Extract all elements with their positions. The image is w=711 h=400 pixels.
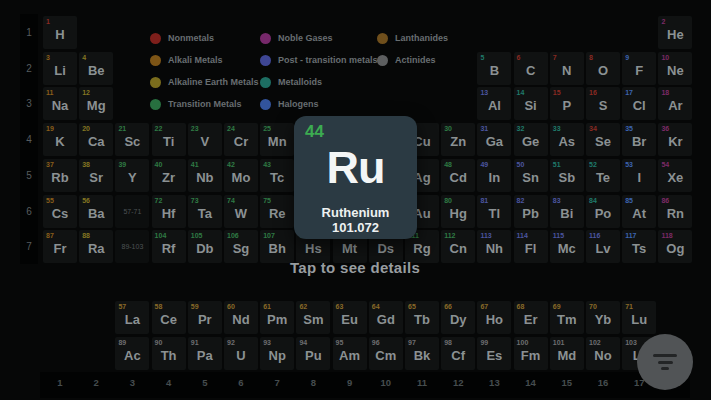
element-tile[interactable]: 70Yb bbox=[586, 301, 620, 334]
element-tile[interactable]: 81Tl bbox=[477, 195, 511, 228]
element-tile[interactable]: 66Dy bbox=[441, 301, 475, 334]
element-tile[interactable]: 2He bbox=[658, 16, 692, 49]
element-tile[interactable]: 58Ce bbox=[152, 301, 186, 334]
element-tile[interactable]: 7N bbox=[550, 52, 584, 85]
element-tile[interactable]: 71Lu bbox=[622, 301, 656, 334]
element-tile[interactable]: 101Md bbox=[550, 337, 584, 370]
element-tile[interactable]: 35Br bbox=[622, 123, 656, 156]
element-tile[interactable]: 39Y bbox=[115, 159, 149, 192]
element-tile[interactable]: 98Cf bbox=[441, 337, 475, 370]
element-tile[interactable]: 88Ra bbox=[79, 230, 113, 263]
element-tile[interactable]: 20Ca bbox=[79, 123, 113, 156]
element-tile[interactable]: 9F bbox=[622, 52, 656, 85]
element-tile[interactable]: 40Zr bbox=[152, 159, 186, 192]
element-tile[interactable]: 74W bbox=[224, 195, 258, 228]
element-tile[interactable]: 69Tm bbox=[550, 301, 584, 334]
element-tile[interactable]: 62Sm bbox=[296, 301, 330, 334]
element-tile[interactable]: 41Nb bbox=[188, 159, 222, 192]
element-tile[interactable]: 92U bbox=[224, 337, 258, 370]
element-tile[interactable]: 80Hg bbox=[441, 195, 475, 228]
element-tile[interactable]: 63Eu bbox=[333, 301, 367, 334]
element-tile[interactable]: 52Te bbox=[586, 159, 620, 192]
element-tile[interactable]: 84Po bbox=[586, 195, 620, 228]
element-popup-card[interactable]: 44 Ru Ruthenium 101.072 bbox=[294, 116, 417, 239]
element-tile[interactable]: 36Kr bbox=[658, 123, 692, 156]
period-label: 6 bbox=[20, 206, 38, 217]
element-tile[interactable]: 53I bbox=[622, 159, 656, 192]
element-tile[interactable]: 65Tb bbox=[405, 301, 439, 334]
element-tile[interactable]: 99Es bbox=[477, 337, 511, 370]
element-tile[interactable]: 91Pa bbox=[188, 337, 222, 370]
element-tile[interactable]: 14Si bbox=[514, 87, 548, 120]
element-tile[interactable]: 4Be bbox=[79, 52, 113, 85]
element-tile[interactable]: 18Ar bbox=[658, 87, 692, 120]
element-tile[interactable]: 25Mn bbox=[260, 123, 294, 156]
element-tile[interactable]: 21Sc bbox=[115, 123, 149, 156]
element-tile[interactable]: 118Og bbox=[658, 230, 692, 263]
element-tile[interactable]: 8O bbox=[586, 52, 620, 85]
element-tile[interactable]: 86Rn bbox=[658, 195, 692, 228]
element-symbol: F bbox=[622, 63, 656, 78]
element-tile[interactable]: 19K bbox=[43, 123, 77, 156]
element-tile[interactable]: 89Ac bbox=[115, 337, 149, 370]
element-tile[interactable]: 115Mc bbox=[550, 230, 584, 263]
element-tile[interactable]: 13Al bbox=[477, 87, 511, 120]
element-tile[interactable]: 87Fr bbox=[43, 230, 77, 263]
element-tile[interactable]: 117Ts bbox=[622, 230, 656, 263]
element-tile[interactable]: 50Sn bbox=[514, 159, 548, 192]
element-tile[interactable]: 60Nd bbox=[224, 301, 258, 334]
element-tile[interactable]: 23V bbox=[188, 123, 222, 156]
element-tile[interactable]: 64Gd bbox=[369, 301, 403, 334]
element-tile[interactable]: 43Tc bbox=[260, 159, 294, 192]
element-tile[interactable]: 90Th bbox=[152, 337, 186, 370]
placeholder-tile[interactable]: 57-71 bbox=[115, 195, 149, 228]
element-tile[interactable]: 51Sb bbox=[550, 159, 584, 192]
element-tile[interactable]: 48Cd bbox=[441, 159, 475, 192]
element-tile[interactable]: 54Xe bbox=[658, 159, 692, 192]
element-tile[interactable]: 93Np bbox=[260, 337, 294, 370]
element-tile[interactable]: 94Pu bbox=[296, 337, 330, 370]
filter-fab-button[interactable] bbox=[637, 334, 693, 390]
element-tile[interactable]: 82Pb bbox=[514, 195, 548, 228]
element-tile[interactable]: 24Cr bbox=[224, 123, 258, 156]
placeholder-tile[interactable]: 89-103 bbox=[115, 230, 149, 263]
element-tile[interactable]: 61Pm bbox=[260, 301, 294, 334]
element-tile[interactable]: 5B bbox=[477, 52, 511, 85]
element-tile[interactable]: 57La bbox=[115, 301, 149, 334]
element-tile[interactable]: 10Ne bbox=[658, 52, 692, 85]
element-tile[interactable]: 6C bbox=[514, 52, 548, 85]
element-tile[interactable]: 56Ba bbox=[79, 195, 113, 228]
element-tile[interactable]: 100Fm bbox=[514, 337, 548, 370]
element-tile[interactable]: 38Sr bbox=[79, 159, 113, 192]
element-tile[interactable]: 59Pr bbox=[188, 301, 222, 334]
element-tile[interactable]: 30Zn bbox=[441, 123, 475, 156]
element-tile[interactable]: 32Ge bbox=[514, 123, 548, 156]
element-tile[interactable]: 33As bbox=[550, 123, 584, 156]
element-tile[interactable]: 16S bbox=[586, 87, 620, 120]
element-tile[interactable]: 97Bk bbox=[405, 337, 439, 370]
element-tile[interactable]: 67Ho bbox=[477, 301, 511, 334]
element-tile[interactable]: 1H bbox=[43, 16, 77, 49]
element-tile[interactable]: 22Ti bbox=[152, 123, 186, 156]
element-tile[interactable]: 12Mg bbox=[79, 87, 113, 120]
element-tile[interactable]: 34Se bbox=[586, 123, 620, 156]
element-tile[interactable]: 95Am bbox=[333, 337, 367, 370]
element-tile[interactable]: 96Cm bbox=[369, 337, 403, 370]
element-tile[interactable]: 15P bbox=[550, 87, 584, 120]
element-tile[interactable]: 55Cs bbox=[43, 195, 77, 228]
element-tile[interactable]: 42Mo bbox=[224, 159, 258, 192]
element-tile[interactable]: 68Er bbox=[514, 301, 548, 334]
element-tile[interactable]: 72Hf bbox=[152, 195, 186, 228]
element-tile[interactable]: 3Li bbox=[43, 52, 77, 85]
element-tile[interactable]: 17Cl bbox=[622, 87, 656, 120]
element-tile[interactable]: 102No bbox=[586, 337, 620, 370]
element-tile[interactable]: 73Ta bbox=[188, 195, 222, 228]
element-tile[interactable]: 85At bbox=[622, 195, 656, 228]
element-tile[interactable]: 116Lv bbox=[586, 230, 620, 263]
element-tile[interactable]: 75Re bbox=[260, 195, 294, 228]
element-tile[interactable]: 37Rb bbox=[43, 159, 77, 192]
element-tile[interactable]: 83Bi bbox=[550, 195, 584, 228]
element-tile[interactable]: 11Na bbox=[43, 87, 77, 120]
element-tile[interactable]: 31Ga bbox=[477, 123, 511, 156]
element-tile[interactable]: 49In bbox=[477, 159, 511, 192]
